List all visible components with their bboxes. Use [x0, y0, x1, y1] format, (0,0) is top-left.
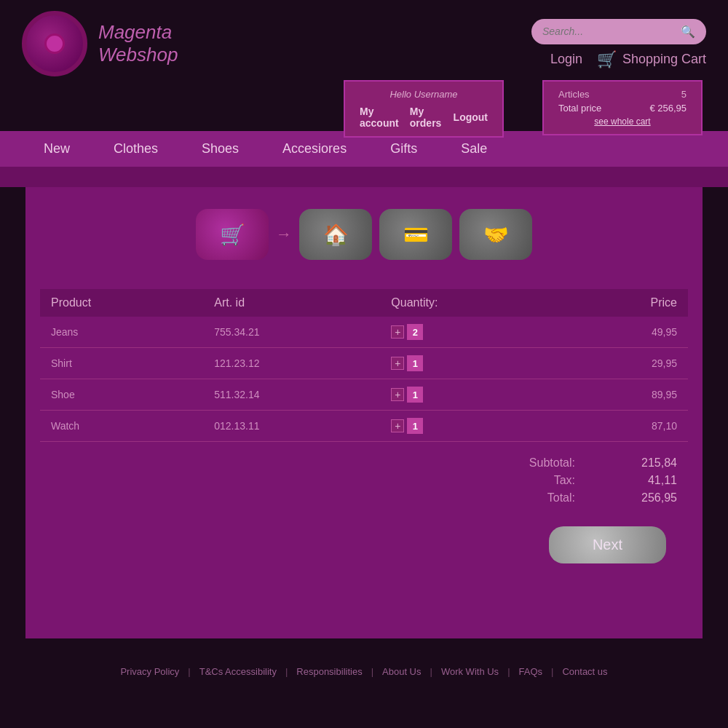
col-art-id: Art. id [203, 289, 380, 317]
totals-section: Subtotal: 215,84 Tax: 41,11 Total: 256,9… [40, 456, 688, 505]
qty-plus-button[interactable]: + [391, 325, 404, 339]
qty-plus-button[interactable]: + [391, 357, 404, 370]
qty-cell: + 1 [380, 411, 561, 442]
nav-item-clothes[interactable]: Clothes [92, 131, 180, 167]
step-home-button[interactable]: 🏠 [299, 209, 372, 260]
cart-area[interactable]: 🛒 Shopping Cart [597, 50, 706, 69]
qty-value: 1 [407, 387, 423, 403]
art-id: 121.23.12 [203, 348, 380, 379]
total-label: Total: [547, 491, 575, 505]
table-row: Watch 012.13.11 + 1 87,10 [40, 411, 688, 442]
tax-row: Tax: 41,11 [40, 474, 677, 487]
tax-value: 41,11 [619, 474, 677, 487]
art-id: 511.32.14 [203, 379, 380, 411]
footer-separator: | [371, 666, 373, 677]
total-price-value: € 256,95 [649, 103, 687, 114]
qty-value: 1 [407, 355, 423, 371]
search-input[interactable] [542, 25, 681, 37]
step-confirm-button[interactable]: 🤝 [459, 209, 532, 260]
footer-link[interactable]: Work With Us [441, 666, 499, 677]
footer-link[interactable]: Contact us [562, 666, 607, 677]
subtotal-row: Subtotal: 215,84 [40, 456, 677, 470]
checkout-steps: 🛒 → 🏠 💳 🤝 [40, 202, 688, 267]
table-row: Shirt 121.23.12 + 1 29,95 [40, 348, 688, 379]
logo-icon [22, 11, 87, 76]
table-row: Shoe 511.32.14 + 1 89,95 [40, 379, 688, 411]
main-content: 🛒 → 🏠 💳 🤝 Product Art. id Quantity: Pric… [25, 187, 703, 638]
step-payment-button[interactable]: 💳 [379, 209, 452, 260]
footer-separator: | [430, 666, 432, 677]
cart-label: Shopping Cart [622, 52, 706, 67]
footer-link[interactable]: T&Cs Accessibility [199, 666, 277, 677]
qty-value: 2 [407, 324, 423, 340]
search-bar[interactable]: 🔍 [531, 19, 706, 44]
my-orders-link[interactable]: My orders [410, 106, 454, 129]
footer-link[interactable]: Responsibilities [296, 666, 362, 677]
col-product: Product [40, 289, 203, 317]
see-cart-link[interactable]: see whole cart [558, 116, 687, 127]
footer-links: Privacy Policy|T&Cs Accessibility|Respon… [13, 666, 715, 677]
logo-text: Magenta Webshop [98, 21, 178, 66]
account-hello: Hello Username [360, 89, 488, 100]
step-arrow-1: → [276, 225, 292, 244]
price-cell: 89,95 [561, 379, 688, 411]
footer-link[interactable]: About Us [382, 666, 421, 677]
product-name: Watch [40, 411, 203, 442]
art-id: 755.34.21 [203, 317, 380, 348]
logout-link[interactable]: Logout [454, 111, 488, 123]
product-table: Product Art. id Quantity: Price Jeans 75… [40, 289, 688, 442]
cart-info-box: Articles 5 Total price € 256,95 see whol… [542, 80, 703, 135]
footer-separator: | [551, 666, 553, 677]
cart-total-row: Total price € 256,95 [558, 103, 687, 114]
qty-cell: + 1 [380, 348, 561, 379]
qty-cell: + 1 [380, 379, 561, 411]
articles-label: Articles [558, 89, 590, 100]
next-button[interactable]: Next [549, 526, 666, 563]
qty-plus-button[interactable]: + [391, 419, 404, 432]
footer-link[interactable]: Privacy Policy [120, 666, 179, 677]
col-price: Price [561, 289, 688, 317]
step-cart-button[interactable]: 🛒 [196, 209, 269, 260]
qty-value: 1 [407, 418, 423, 434]
account-dropdown: Hello Username My account My orders Logo… [344, 80, 504, 138]
search-button[interactable]: 🔍 [681, 25, 695, 39]
price-cell: 29,95 [561, 348, 688, 379]
qty-plus-button[interactable]: + [391, 388, 404, 401]
art-id: 012.13.11 [203, 411, 380, 442]
account-links: My account My orders Logout [360, 106, 488, 129]
cart-icon: 🛒 [597, 50, 617, 69]
subheader [0, 167, 728, 187]
qty-cell: + 2 [380, 317, 561, 348]
login-link[interactable]: Login [550, 52, 582, 67]
footer-separator: | [507, 666, 510, 677]
subtotal-value: 215,84 [619, 456, 677, 470]
table-row: Jeans 755.34.21 + 2 49,95 [40, 317, 688, 348]
footer: Privacy Policy|T&Cs Accessibility|Respon… [0, 653, 728, 690]
table-header-row: Product Art. id Quantity: Price [40, 289, 688, 317]
nav-item-shoes[interactable]: Shoes [180, 131, 261, 167]
price-cell: 87,10 [561, 411, 688, 442]
footer-link[interactable]: FAQs [519, 666, 543, 677]
cart-login-row: Login 🛒 Shopping Cart [550, 50, 706, 69]
logo-inner-circle [44, 33, 65, 54]
total-row: Total: 256,95 [40, 491, 677, 505]
col-quantity: Quantity: [380, 289, 561, 317]
product-name: Shoe [40, 379, 203, 411]
price-cell: 49,95 [561, 317, 688, 348]
total-value: 256,95 [619, 491, 677, 505]
tax-label: Tax: [554, 474, 575, 487]
product-name: Shirt [40, 348, 203, 379]
subtotal-label: Subtotal: [529, 456, 575, 470]
total-price-label: Total price [558, 103, 601, 114]
nav-item-new[interactable]: New [22, 131, 92, 167]
articles-count: 5 [681, 89, 687, 100]
footer-separator: | [285, 666, 288, 677]
header: Magenta Webshop 🔍 Login 🛒 Shopping Cart [0, 0, 728, 87]
cart-articles-row: Articles 5 [558, 89, 687, 100]
logo-area: Magenta Webshop [22, 11, 178, 76]
product-name: Jeans [40, 317, 203, 348]
footer-separator: | [188, 666, 190, 677]
header-right: 🔍 Login 🛒 Shopping Cart [531, 19, 706, 69]
my-account-link[interactable]: My account [360, 106, 410, 129]
